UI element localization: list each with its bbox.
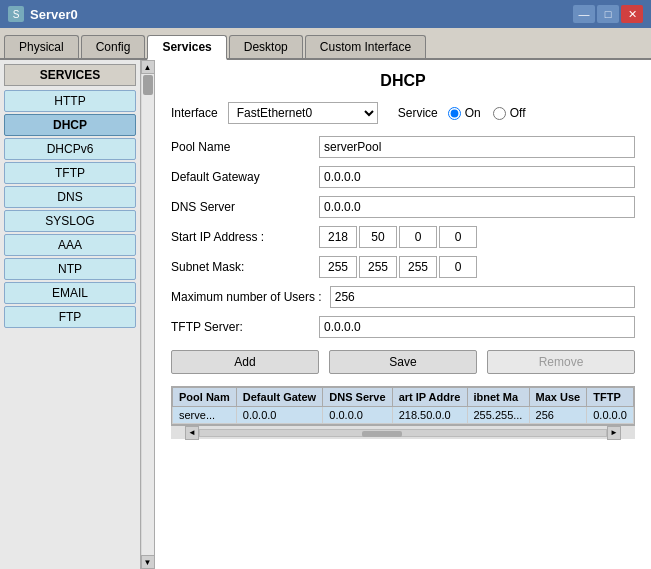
sidebar-item-email[interactable]: EMAIL: [4, 282, 136, 304]
window: S Server0 — □ ✕ Physical Config Services…: [0, 0, 651, 569]
maximize-button[interactable]: □: [597, 5, 619, 23]
cell-subnet: 255.255...: [467, 407, 529, 424]
remove-button[interactable]: Remove: [487, 350, 635, 374]
tab-bar: Physical Config Services Desktop Custom …: [0, 28, 651, 60]
sidebar-wrapper: SERVICES HTTP DHCP DHCPv6 TFTP DNS SYSLO…: [0, 60, 155, 569]
window-title: Server0: [30, 7, 78, 22]
default-gateway-label: Default Gateway: [171, 170, 311, 184]
cell-dns-server: 0.0.0.0: [323, 407, 392, 424]
title-bar-controls: — □ ✕: [573, 5, 643, 23]
interface-row: Interface FastEthernet0 Service On Off: [171, 102, 635, 124]
sidebar-scrollbar: ▲ ▼: [140, 60, 154, 569]
scroll-thumb[interactable]: [143, 75, 153, 95]
sidebar-item-ftp[interactable]: FTP: [4, 306, 136, 328]
scroll-up-arrow[interactable]: ▲: [141, 60, 155, 74]
tftp-server-input[interactable]: [319, 316, 635, 338]
cell-pool-name: serve...: [173, 407, 237, 424]
window-icon: S: [8, 6, 24, 22]
scroll-right-arrow[interactable]: ►: [607, 426, 621, 440]
tab-custom-interface[interactable]: Custom Interface: [305, 35, 426, 58]
radio-group: On Off: [448, 106, 526, 120]
start-ip-fields: [319, 226, 635, 248]
sidebar: SERVICES HTTP DHCP DHCPv6 TFTP DNS SYSLO…: [0, 60, 141, 569]
col-tftp: TFTP: [587, 388, 634, 407]
button-row: Add Save Remove: [171, 350, 635, 374]
start-ip-octet1[interactable]: [319, 226, 357, 248]
tab-services[interactable]: Services: [147, 35, 226, 60]
sidebar-item-aaa[interactable]: AAA: [4, 234, 136, 256]
interface-label: Interface: [171, 106, 218, 120]
tab-physical[interactable]: Physical: [4, 35, 79, 58]
default-gateway-row: Default Gateway: [171, 166, 635, 188]
subnet-mask-row: Subnet Mask:: [171, 256, 635, 278]
start-ip-row: Start IP Address :: [171, 226, 635, 248]
cell-tftp: 0.0.0.0: [587, 407, 634, 424]
start-ip-octet3[interactable]: [399, 226, 437, 248]
tab-config[interactable]: Config: [81, 35, 146, 58]
scroll-down-arrow[interactable]: ▼: [141, 555, 155, 569]
cell-max-users: 256: [529, 407, 587, 424]
col-dns-server: DNS Serve: [323, 388, 392, 407]
col-start-ip: art IP Addre: [392, 388, 467, 407]
table-header-row: Pool Nam Default Gatew DNS Serve art IP …: [173, 388, 634, 407]
subnet-mask-label: Subnet Mask:: [171, 260, 311, 274]
dns-server-input[interactable]: [319, 196, 635, 218]
sidebar-item-syslog[interactable]: SYSLOG: [4, 210, 136, 232]
save-button[interactable]: Save: [329, 350, 477, 374]
dns-server-row: DNS Server: [171, 196, 635, 218]
col-max-users: Max Use: [529, 388, 587, 407]
cell-start-ip: 218.50.0.0: [392, 407, 467, 424]
max-users-label: Maximum number of Users :: [171, 290, 322, 304]
title-bar: S Server0 — □ ✕: [0, 0, 651, 28]
tab-desktop[interactable]: Desktop: [229, 35, 303, 58]
sidebar-item-dhcp[interactable]: DHCP: [4, 114, 136, 136]
table-container: Pool Nam Default Gatew DNS Serve art IP …: [171, 386, 635, 425]
max-users-input[interactable]: [330, 286, 635, 308]
col-default-gateway: Default Gatew: [236, 388, 322, 407]
sidebar-item-http[interactable]: HTTP: [4, 90, 136, 112]
cell-default-gateway: 0.0.0.0: [236, 407, 322, 424]
tftp-server-label: TFTP Server:: [171, 320, 311, 334]
scroll-track: [142, 74, 154, 555]
start-ip-octet2[interactable]: [359, 226, 397, 248]
table-row[interactable]: serve... 0.0.0.0 0.0.0.0 218.50.0.0 255.…: [173, 407, 634, 424]
interface-select[interactable]: FastEthernet0: [228, 102, 378, 124]
pool-name-row: Pool Name: [171, 136, 635, 158]
default-gateway-input[interactable]: [319, 166, 635, 188]
subnet-octet3[interactable]: [399, 256, 437, 278]
sidebar-item-ntp[interactable]: NTP: [4, 258, 136, 280]
tftp-server-row: TFTP Server:: [171, 316, 635, 338]
pool-name-label: Pool Name: [171, 140, 311, 154]
max-users-row: Maximum number of Users :: [171, 286, 635, 308]
subnet-octet2[interactable]: [359, 256, 397, 278]
dhcp-table: Pool Nam Default Gatew DNS Serve art IP …: [172, 387, 634, 424]
sidebar-item-dns[interactable]: DNS: [4, 186, 136, 208]
start-ip-label: Start IP Address :: [171, 230, 311, 244]
sidebar-item-tftp[interactable]: TFTP: [4, 162, 136, 184]
h-scroll-thumb[interactable]: [362, 431, 402, 437]
horizontal-scrollbar: ◄ ►: [171, 425, 635, 439]
h-scroll-track: [199, 429, 607, 437]
subnet-mask-fields: [319, 256, 635, 278]
subnet-octet1[interactable]: [319, 256, 357, 278]
col-subnet: ibnet Ma: [467, 388, 529, 407]
sidebar-title: SERVICES: [4, 64, 136, 86]
pool-name-input[interactable]: [319, 136, 635, 158]
title-bar-left: S Server0: [8, 6, 78, 22]
add-button[interactable]: Add: [171, 350, 319, 374]
subnet-octet4[interactable]: [439, 256, 477, 278]
sidebar-item-dhcpv6[interactable]: DHCPv6: [4, 138, 136, 160]
col-pool-name: Pool Nam: [173, 388, 237, 407]
radio-on[interactable]: On: [448, 106, 481, 120]
minimize-button[interactable]: —: [573, 5, 595, 23]
service-label: Service: [398, 106, 438, 120]
radio-off[interactable]: Off: [493, 106, 526, 120]
scroll-left-arrow[interactable]: ◄: [185, 426, 199, 440]
main-content: SERVICES HTTP DHCP DHCPv6 TFTP DNS SYSLO…: [0, 60, 651, 569]
panel-title: DHCP: [171, 72, 635, 90]
start-ip-octet4[interactable]: [439, 226, 477, 248]
panel: DHCP Interface FastEthernet0 Service On …: [155, 60, 651, 569]
close-button[interactable]: ✕: [621, 5, 643, 23]
dns-server-label: DNS Server: [171, 200, 311, 214]
